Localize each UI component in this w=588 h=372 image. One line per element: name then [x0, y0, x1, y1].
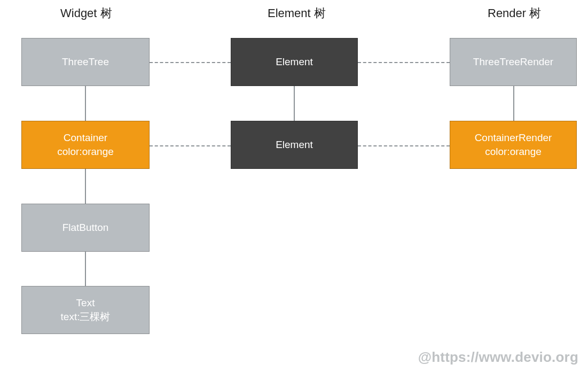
- widget-node-threetree: ThreeTree: [21, 38, 150, 86]
- widget-node-flatbutton: FlatButton: [21, 204, 150, 252]
- link-element-row1-row2: [294, 86, 295, 121]
- node-label: ContainerRender: [475, 131, 552, 145]
- node-label: ThreeTreeRender: [473, 55, 553, 69]
- link-element-row2-render-row2: [358, 145, 450, 146]
- link-element-row1-render-row1: [358, 62, 450, 63]
- node-label: Element: [276, 138, 313, 152]
- watermark-text: @https://www.devio.org: [418, 349, 578, 366]
- link-widget-row3-row4: [85, 252, 86, 286]
- node-label: Container: [64, 131, 107, 145]
- link-widget-row1-element-row1: [150, 62, 231, 63]
- element-node-1: Element: [231, 38, 358, 86]
- node-label: Text: [76, 296, 95, 310]
- link-render-row1-row2: [513, 86, 514, 121]
- link-widget-row1-row2: [85, 86, 86, 121]
- node-label: text:三棵树: [61, 310, 111, 324]
- col-title-element: Element 树: [268, 5, 326, 21]
- element-node-2: Element: [231, 121, 358, 169]
- node-label: color:orange: [485, 145, 542, 159]
- col-title-render: Render 树: [488, 5, 541, 21]
- col-title-widget: Widget 树: [60, 5, 112, 21]
- widget-node-text: Text text:三棵树: [21, 286, 150, 334]
- widget-node-container: Container color:orange: [21, 121, 150, 169]
- link-widget-row2-element-row2: [150, 145, 231, 146]
- node-label: FlatButton: [62, 221, 109, 235]
- node-label: Element: [276, 55, 313, 69]
- render-node-containerrender: ContainerRender color:orange: [450, 121, 577, 169]
- node-label: color:orange: [57, 145, 114, 159]
- node-label: ThreeTree: [62, 55, 109, 69]
- render-node-threetree: ThreeTreeRender: [450, 38, 577, 86]
- link-widget-row2-row3: [85, 169, 86, 204]
